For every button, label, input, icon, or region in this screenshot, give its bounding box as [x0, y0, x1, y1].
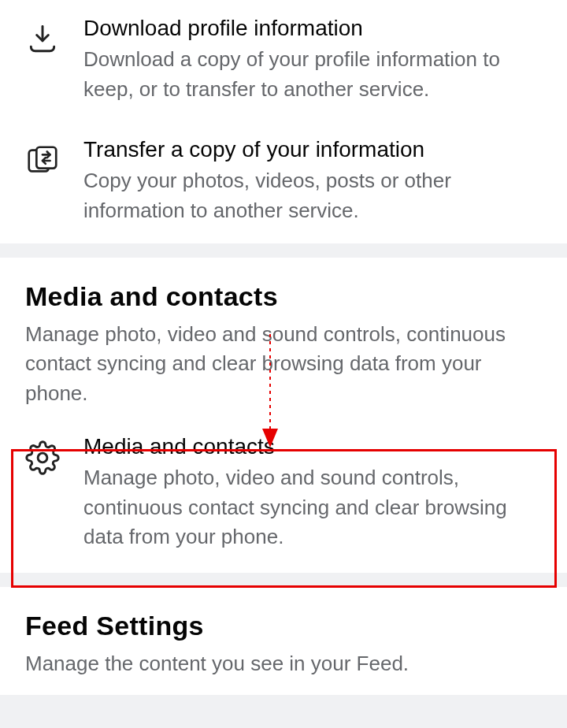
- info-section: Download profile information Download a …: [0, 0, 567, 243]
- feed-settings-header: Feed Settings Manage the content you see…: [0, 587, 567, 695]
- download-profile-row[interactable]: Download profile information Download a …: [0, 0, 567, 121]
- feed-settings-subtitle: Manage the content you see in your Feed.: [25, 649, 542, 679]
- media-contacts-subtitle: Manage photo, video and sound controls, …: [25, 320, 542, 409]
- media-contacts-section: Media and contacts Manage photo, video a…: [0, 258, 567, 573]
- transfer-icon: [22, 140, 63, 181]
- feed-settings-section: Feed Settings Manage the content you see…: [0, 587, 567, 695]
- media-contacts-item-title: Media and contacts: [83, 433, 545, 460]
- info-items: Download profile information Download a …: [0, 0, 567, 243]
- download-profile-title: Download profile information: [83, 14, 545, 42]
- transfer-info-row[interactable]: Transfer a copy of your information Copy…: [0, 121, 567, 243]
- gear-icon: [22, 437, 63, 478]
- media-contacts-item-text: Media and contacts Manage photo, video a…: [83, 433, 545, 552]
- transfer-info-title: Transfer a copy of your information: [83, 136, 545, 163]
- media-contacts-row[interactable]: Media and contacts Manage photo, video a…: [0, 418, 567, 573]
- download-profile-text: Download profile information Download a …: [83, 14, 545, 104]
- section-divider-2: [0, 573, 567, 587]
- section-divider: [0, 243, 567, 258]
- media-contacts-header: Media and contacts Manage photo, video a…: [0, 258, 567, 418]
- transfer-info-text: Transfer a copy of your information Copy…: [83, 136, 545, 225]
- download-profile-desc: Download a copy of your profile informat…: [83, 45, 545, 104]
- svg-point-2: [38, 453, 47, 462]
- download-icon: [22, 19, 63, 60]
- feed-settings-title: Feed Settings: [25, 611, 542, 641]
- media-contacts-item-desc: Manage photo, video and sound controls, …: [83, 463, 545, 552]
- media-contacts-title: Media and contacts: [25, 281, 542, 312]
- transfer-info-desc: Copy your photos, videos, posts or other…: [83, 166, 545, 225]
